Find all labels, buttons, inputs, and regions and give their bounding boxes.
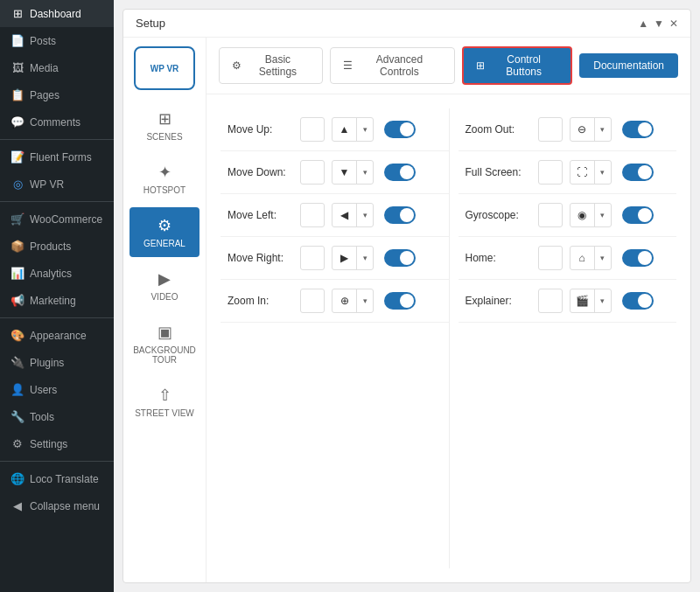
sidebar-divider-3 [0, 317, 114, 318]
zoom-out-color[interactable] [538, 117, 563, 142]
explainer-toggle[interactable] [622, 292, 654, 310]
appearance-icon: 🎨 [10, 329, 24, 342]
sidebar-divider-1 [0, 139, 114, 140]
settings-icon: ⚙ [10, 437, 24, 450]
full-screen-toggle[interactable] [622, 164, 654, 181]
move-right-color[interactable] [300, 246, 325, 270]
sidebar-item-dashboard[interactable]: ⊞ Dashboard [0, 0, 114, 27]
explainer-label: Explainer: [466, 295, 531, 307]
zoom-in-toggle[interactable] [384, 292, 416, 310]
zoom-out-dropdown-arrow[interactable]: ▾ [595, 118, 611, 141]
zoom-in-color[interactable] [300, 289, 325, 313]
home-color[interactable] [538, 246, 563, 270]
home-toggle-thumb [638, 251, 652, 265]
sidebar-item-fluent-forms[interactable]: 📝 Fluent Forms [0, 143, 114, 171]
nav-item-video[interactable]: ▶ VIDEO [130, 261, 200, 310]
setup-header: Setup ▲ ▼ ✕ [123, 10, 690, 38]
explainer-dropdown-arrow[interactable]: ▾ [595, 289, 611, 312]
sidebar-item-comments[interactable]: 💬 Comments [0, 108, 114, 136]
move-up-dropdown-arrow[interactable]: ▾ [357, 118, 373, 141]
move-up-toggle[interactable] [384, 121, 416, 138]
move-down-icon-val: ▼ [332, 161, 357, 184]
gyroscope-dropdown-arrow[interactable]: ▾ [595, 204, 611, 226]
zoom-in-icon-select[interactable]: ⊕ ▾ [332, 289, 374, 313]
sidebar-item-posts[interactable]: 📄 Posts [0, 27, 114, 54]
move-down-dropdown-arrow[interactable]: ▾ [357, 161, 373, 184]
sidebar-item-pages[interactable]: 📋 Pages [0, 81, 114, 108]
move-left-color[interactable] [300, 203, 325, 227]
tab-control-buttons[interactable]: ⊞ Control Buttons [462, 46, 572, 85]
nav-item-hotspot[interactable]: ✦ HOTSPOT [130, 154, 200, 204]
gyroscope-color[interactable] [538, 203, 563, 227]
gyroscope-icon-val: ◉ [570, 204, 595, 226]
gyroscope-icon-select[interactable]: ◉ ▾ [570, 203, 612, 227]
full-screen-label: Full Screen: [466, 166, 531, 178]
tab-bar: ⚙ Basic Settings ☰ Advanced Controls ⊞ C… [206, 38, 690, 94]
sidebar-item-media[interactable]: 🖼 Media [0, 54, 114, 81]
hotspot-icon: ✦ [158, 163, 172, 182]
sidebar-item-products[interactable]: 📦 Products [0, 233, 114, 260]
sidebar-item-settings[interactable]: ⚙ Settings [0, 430, 114, 457]
main-content: Setup ▲ ▼ ✕ WP VR ⊞ SCENES ✦ HOT [114, 0, 700, 592]
tab-advanced-controls[interactable]: ☰ Advanced Controls [330, 47, 455, 84]
nav-item-general[interactable]: ⚙ GENERAL [130, 207, 200, 257]
explainer-icon-select[interactable]: 🎬 ▾ [570, 289, 612, 313]
fluent-forms-icon: 📝 [10, 150, 24, 164]
move-right-dropdown-arrow[interactable]: ▾ [357, 247, 373, 269]
nav-item-background-tour[interactable]: ▣ BACKGROUND TOUR [130, 314, 200, 373]
home-icon-select[interactable]: ⌂ ▾ [570, 246, 612, 270]
setup-chevron-down[interactable]: ▼ [654, 17, 664, 30]
move-right-icon-select[interactable]: ▶ ▾ [332, 246, 374, 270]
loco-translate-icon: 🌐 [10, 472, 24, 485]
sidebar-item-loco-translate[interactable]: 🌐 Loco Translate [0, 465, 114, 492]
zoom-in-dropdown-arrow[interactable]: ▾ [357, 289, 373, 312]
sidebar-item-plugins[interactable]: 🔌 Plugins [0, 349, 114, 376]
sidebar-item-wpvr[interactable]: ◎ WP VR [0, 171, 114, 198]
move-left-toggle[interactable] [384, 206, 416, 224]
gyroscope-label: Gyroscope: [466, 209, 531, 221]
move-right-label: Move Right: [228, 252, 293, 264]
move-up-icon-select[interactable]: ▲ ▾ [332, 117, 374, 142]
nav-item-street-view[interactable]: ⇧ STREET VIEW [130, 377, 200, 427]
sidebar-item-marketing[interactable]: 📢 Marketing [0, 287, 114, 314]
move-left-label: Move Left: [228, 209, 293, 221]
control-row-move-right: Move Right: ▶ ▾ [220, 237, 449, 280]
home-toggle[interactable] [622, 249, 654, 267]
sidebar-item-users[interactable]: 👤 Users [0, 376, 114, 403]
right-controls-col: Zoom Out: ⊖ ▾ [449, 108, 677, 568]
sidebar-item-tools[interactable]: 🔧 Tools [0, 403, 114, 430]
setup-chevron-up[interactable]: ▲ [638, 17, 648, 30]
full-screen-dropdown-arrow[interactable]: ▾ [595, 161, 611, 184]
move-down-color[interactable] [300, 160, 325, 185]
marketing-icon: 📢 [10, 294, 24, 307]
move-up-label: Move Up: [228, 123, 293, 136]
move-up-toggle-thumb [400, 122, 414, 136]
nav-item-scenes[interactable]: ⊞ SCENES [130, 101, 200, 150]
explainer-color[interactable] [538, 289, 563, 313]
tab-basic-settings[interactable]: ⚙ Basic Settings [219, 47, 323, 84]
setup-close[interactable]: ✕ [669, 17, 678, 30]
move-left-icon-select[interactable]: ◀ ▾ [332, 203, 374, 227]
general-icon: ⚙ [158, 216, 172, 235]
gyroscope-toggle[interactable] [622, 206, 654, 224]
documentation-button[interactable]: Documentation [579, 53, 678, 78]
sidebar-item-analytics[interactable]: 📊 Analytics [0, 260, 114, 287]
zoom-out-toggle[interactable] [622, 121, 654, 138]
full-screen-icon-select[interactable]: ⛶ ▾ [570, 160, 612, 185]
move-up-color[interactable] [300, 117, 325, 142]
full-screen-color[interactable] [538, 160, 563, 185]
move-down-toggle[interactable] [384, 164, 416, 181]
move-down-icon-select[interactable]: ▼ ▾ [332, 160, 374, 185]
explainer-icon-val: 🎬 [570, 289, 595, 312]
move-left-dropdown-arrow[interactable]: ▾ [357, 204, 373, 226]
zoom-in-label: Zoom In: [228, 295, 293, 307]
street-view-icon: ⇧ [158, 386, 172, 405]
home-dropdown-arrow[interactable]: ▾ [595, 247, 611, 269]
sidebar-item-appearance[interactable]: 🎨 Appearance [0, 322, 114, 349]
products-icon: 📦 [10, 240, 24, 253]
control-row-zoom-in: Zoom In: ⊕ ▾ [220, 280, 449, 323]
sidebar-item-collapse-menu[interactable]: ◀ Collapse menu [0, 492, 114, 519]
move-right-toggle[interactable] [384, 249, 416, 267]
zoom-out-icon-select[interactable]: ⊖ ▾ [570, 117, 612, 142]
sidebar-item-woocommerce[interactable]: 🛒 WooCommerce [0, 205, 114, 233]
